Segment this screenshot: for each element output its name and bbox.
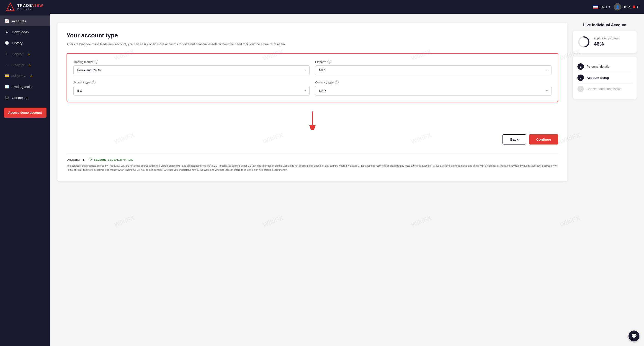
progress-label: Application progress bbox=[594, 37, 632, 40]
trading-market-field: Trading market ? Forex and CFDs ▾ bbox=[74, 60, 310, 75]
disclaimer-area: Disclaimer ▲ 🛡 SECURE SSL ENCRYPTION The… bbox=[66, 154, 558, 172]
logo-icon: TV bbox=[6, 2, 15, 12]
trading-market-info-icon[interactable]: ? bbox=[94, 60, 98, 64]
sidebar-item-contact-us[interactable]: 🎧 Contact us bbox=[0, 92, 50, 103]
fields-row-bottom: Account type ? ILC ▾ Currency type ? bbox=[74, 80, 552, 96]
chat-button[interactable]: 💬 bbox=[628, 330, 640, 342]
platform-chevron-icon: ▾ bbox=[546, 68, 548, 72]
transfer-lock-icon: 🔒 bbox=[28, 63, 31, 66]
progress-circle bbox=[578, 36, 590, 48]
logo-sub: MARKETS bbox=[17, 8, 43, 10]
trading-market-chevron-icon: ▾ bbox=[304, 68, 306, 72]
action-buttons: Back Continue bbox=[66, 134, 558, 144]
user-area[interactable]: 👤 Hello, ▾ bbox=[614, 3, 638, 10]
step-2-number: 2 bbox=[578, 74, 584, 81]
sidebar-downloads-label: Downloads bbox=[12, 30, 29, 34]
disclaimer-header: Disclaimer ▲ 🛡 SECURE SSL ENCRYPTION bbox=[66, 158, 558, 162]
step-account-setup: 2 Account Setup bbox=[578, 72, 632, 84]
continue-button[interactable]: Continue bbox=[529, 134, 558, 144]
withdraw-icon: 💳 bbox=[4, 74, 9, 78]
shield-icon: 🛡 bbox=[89, 158, 92, 162]
sidebar-item-deposit: ⬆ Deposit 🔒 bbox=[0, 48, 50, 59]
form-title: Your account type bbox=[66, 32, 558, 39]
down-arrow-icon bbox=[306, 112, 319, 130]
withdraw-lock-icon: 🔒 bbox=[30, 74, 33, 77]
sidebar-contact-label: Contact us bbox=[12, 96, 28, 100]
form-area: Your account type After creating your fi… bbox=[58, 23, 568, 181]
flag-icon bbox=[593, 5, 598, 9]
account-type-info-icon[interactable]: ? bbox=[92, 80, 96, 84]
trending-up-icon: 📈 bbox=[4, 19, 9, 23]
progress-info: Application progress 46% bbox=[594, 37, 632, 47]
deposit-icon: ⬆ bbox=[4, 52, 9, 56]
user-chevron-icon: ▾ bbox=[637, 5, 638, 9]
fields-row-top: Trading market ? Forex and CFDs ▾ Platfo… bbox=[74, 60, 552, 75]
platform-info-icon[interactable]: ? bbox=[328, 60, 331, 64]
sidebar-deposit-label: Deposit bbox=[12, 52, 24, 56]
currency-type-info-icon[interactable]: ? bbox=[335, 80, 339, 84]
step-3-number: 3 bbox=[578, 86, 584, 92]
sidebar-item-history[interactable]: 🕐 History bbox=[0, 38, 50, 48]
deposit-lock-icon: 🔒 bbox=[27, 52, 30, 56]
currency-type-value: USD bbox=[319, 89, 326, 92]
account-type-value: ILC bbox=[77, 89, 82, 92]
secure-badge: 🛡 SECURE SSL ENCRYPTION bbox=[89, 158, 133, 162]
watermark-text: WikiFX bbox=[113, 214, 136, 228]
step-2-label: Account Setup bbox=[586, 76, 609, 80]
account-type-select[interactable]: ILC ▾ bbox=[74, 86, 310, 96]
sidebar-trading-tools-label: Trading tools bbox=[12, 85, 32, 89]
progress-area: Application progress 46% bbox=[573, 31, 637, 53]
sidebar-accounts-label: Accounts bbox=[12, 19, 26, 23]
currency-type-label: Currency type ? bbox=[315, 80, 552, 84]
platform-field: Platform ? MT4 ▾ bbox=[315, 60, 552, 75]
sidebar-item-transfer: ↔ Transfer 🔒 bbox=[0, 59, 50, 70]
language-selector[interactable]: ENG ▾ bbox=[593, 5, 610, 9]
trading-market-select[interactable]: Forex and CFDs ▾ bbox=[74, 66, 310, 75]
currency-type-field: Currency type ? USD ▾ bbox=[315, 80, 552, 96]
right-panel: Live Individual Account Application prog… bbox=[573, 23, 637, 99]
account-type-field: Account type ? ILC ▾ bbox=[74, 80, 310, 96]
account-title: Live Individual Account bbox=[573, 23, 637, 27]
disclaimer-label: Disclaimer ▲ bbox=[66, 158, 85, 162]
sidebar: 📈 Accounts ⬇ Downloads 🕐 History ⬆ Depos… bbox=[0, 14, 50, 346]
sidebar-item-withdraw: 💳 Withdraw 🔒 bbox=[0, 70, 50, 81]
sidebar-transfer-label: Transfer bbox=[12, 63, 24, 67]
logo-area[interactable]: TV TRADEVIEW MARKETS bbox=[6, 2, 43, 12]
trading-market-value: Forex and CFDs bbox=[77, 68, 101, 72]
sidebar-item-trading-tools[interactable]: 📊 Trading tools bbox=[0, 81, 50, 92]
sidebar-item-downloads[interactable]: ⬇ Downloads bbox=[0, 26, 50, 38]
lang-chevron-icon: ▾ bbox=[608, 5, 610, 9]
disclaimer-chevron-icon: ▲ bbox=[82, 158, 85, 162]
hello-text: Hello, bbox=[622, 5, 631, 9]
bar-chart-icon: 📊 bbox=[4, 84, 9, 89]
headset-icon: 🎧 bbox=[4, 95, 9, 100]
history-icon: 🕐 bbox=[4, 40, 9, 45]
secure-label: SECURE bbox=[94, 158, 106, 162]
back-button[interactable]: Back bbox=[502, 134, 526, 144]
sidebar-item-accounts[interactable]: 📈 Accounts bbox=[0, 16, 50, 26]
steps-list: 1 Personal details 2 Account Setup 3 Con… bbox=[573, 56, 637, 99]
platform-label: Platform ? bbox=[315, 60, 552, 64]
step-3-label: Consent and submission bbox=[586, 87, 622, 91]
currency-type-chevron-icon: ▾ bbox=[546, 89, 548, 92]
download-icon: ⬇ bbox=[4, 30, 9, 34]
chat-icon: 💬 bbox=[631, 333, 637, 339]
top-navigation: TV TRADEVIEW MARKETS ENG ▾ 👤 Hello, ▾ bbox=[0, 0, 644, 14]
account-type-chevron-icon: ▾ bbox=[304, 89, 306, 92]
disclaimer-text: The services and products offered by Tra… bbox=[66, 164, 558, 172]
demo-account-button[interactable]: Access demo account bbox=[4, 108, 46, 118]
avatar: 👤 bbox=[614, 3, 621, 10]
transfer-icon: ↔ bbox=[4, 62, 9, 67]
step-1-label: Personal details bbox=[586, 65, 609, 68]
platform-select[interactable]: MT4 ▾ bbox=[315, 66, 552, 75]
watermark-text: WikiFX bbox=[558, 214, 581, 228]
currency-type-select[interactable]: USD ▾ bbox=[315, 86, 552, 96]
nav-right: ENG ▾ 👤 Hello, ▾ bbox=[593, 3, 638, 10]
arrow-container bbox=[66, 112, 558, 130]
platform-value: MT4 bbox=[319, 68, 326, 72]
logo-brand: TRADEVIEW bbox=[17, 4, 43, 8]
trading-market-label: Trading market ? bbox=[74, 60, 310, 64]
main-content: WikiFX WikiFX WikiFX WikiFX WikiFX WikiF… bbox=[50, 14, 644, 346]
step-personal-details: 1 Personal details bbox=[578, 61, 632, 72]
svg-text:TV: TV bbox=[8, 7, 12, 10]
